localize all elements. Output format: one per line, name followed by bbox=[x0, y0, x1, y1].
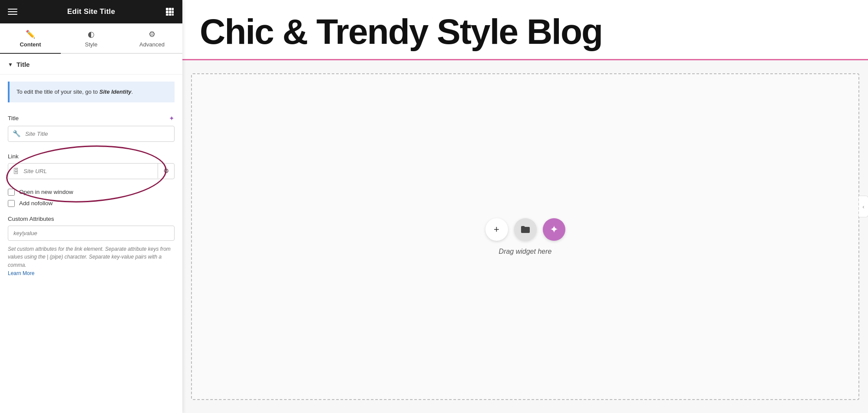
svg-rect-5 bbox=[172, 11, 174, 13]
site-title-area: Chic & Trendy Style Blog bbox=[182, 0, 868, 60]
link-label-row: Link bbox=[8, 153, 175, 160]
section-header-title: ▼ Title bbox=[0, 54, 182, 75]
title-field-section: Title ✦ 🔧 bbox=[0, 109, 182, 151]
svg-rect-8 bbox=[172, 14, 174, 16]
magic-widget-button[interactable]: ✦ bbox=[543, 218, 565, 241]
add-nofollow-row: Add nofollow bbox=[0, 200, 182, 207]
link-input-wrapper: 🗄 ⚙ bbox=[8, 163, 175, 179]
collapse-panel-button[interactable]: ‹ bbox=[859, 196, 868, 217]
tab-content-label: Content bbox=[20, 41, 41, 48]
pencil-icon: ✏️ bbox=[26, 30, 35, 39]
database-icon: 🗄 bbox=[8, 167, 23, 175]
canvas-area: Chic & Trendy Style Blog + ✦ Drag widget… bbox=[182, 0, 868, 413]
open-new-window-checkbox[interactable] bbox=[8, 189, 15, 196]
left-panel: Edit Site Title ✏️ Content ◐ Style ⚙ Adv… bbox=[0, 0, 182, 413]
hamburger-icon[interactable] bbox=[8, 9, 17, 15]
info-site-identity-link[interactable]: Site Identity bbox=[99, 88, 132, 95]
custom-attr-input[interactable] bbox=[8, 226, 175, 241]
panel-title: Edit Site Title bbox=[67, 7, 115, 16]
title-input-wrapper: 🔧 bbox=[8, 126, 175, 142]
panel-content: ▼ Title To edit the title of your site, … bbox=[0, 54, 182, 413]
info-box: To edit the title of your site, go to Si… bbox=[8, 82, 175, 102]
ai-icon[interactable]: ✦ bbox=[169, 115, 175, 122]
svg-rect-1 bbox=[169, 8, 172, 10]
contrast-icon: ◐ bbox=[88, 30, 95, 39]
grid-icon[interactable] bbox=[165, 7, 175, 16]
link-field-label: Link bbox=[8, 153, 19, 160]
add-nofollow-label[interactable]: Add nofollow bbox=[19, 200, 53, 206]
section-arrow-icon: ▼ bbox=[8, 62, 13, 68]
widget-buttons-group: + ✦ bbox=[485, 218, 565, 241]
svg-rect-4 bbox=[169, 11, 172, 13]
tab-bar: ✏️ Content ◐ Style ⚙ Advanced bbox=[0, 23, 182, 54]
svg-rect-0 bbox=[166, 8, 168, 10]
tab-advanced[interactable]: ⚙ Advanced bbox=[122, 23, 182, 53]
gear-icon: ⚙ bbox=[149, 30, 155, 39]
info-text-before: To edit the title of your site, go to bbox=[17, 88, 99, 95]
open-new-window-row: Open in new window bbox=[0, 189, 182, 196]
svg-rect-7 bbox=[169, 14, 172, 16]
widget-drop-area[interactable]: + ✦ Drag widget here bbox=[191, 73, 859, 400]
title-input[interactable] bbox=[25, 126, 174, 141]
tab-advanced-label: Advanced bbox=[139, 41, 165, 48]
add-widget-button[interactable]: + bbox=[485, 218, 508, 241]
drag-widget-label: Drag widget here bbox=[499, 248, 552, 256]
custom-attr-help-text: Set custom attributes for the link eleme… bbox=[8, 245, 175, 269]
folder-widget-button[interactable] bbox=[514, 218, 537, 241]
title-label-row: Title ✦ bbox=[8, 115, 175, 122]
learn-more-link[interactable]: Learn More bbox=[8, 270, 34, 276]
link-settings-button[interactable]: ⚙ bbox=[158, 164, 174, 178]
tab-style[interactable]: ◐ Style bbox=[61, 23, 122, 53]
section-title-label: Title bbox=[17, 61, 30, 68]
tab-content[interactable]: ✏️ Content bbox=[0, 23, 61, 53]
wrench-icon: 🔧 bbox=[8, 130, 25, 138]
custom-attributes-section: Custom Attributes Set custom attributes … bbox=[0, 211, 182, 281]
tab-style-label: Style bbox=[85, 41, 98, 48]
info-text-after: . bbox=[131, 88, 133, 95]
title-field-label: Title bbox=[8, 115, 19, 121]
site-title-heading: Chic & Trendy Style Blog bbox=[200, 12, 851, 51]
top-bar: Edit Site Title bbox=[0, 0, 182, 23]
open-new-window-label[interactable]: Open in new window bbox=[19, 189, 73, 195]
custom-attr-label: Custom Attributes bbox=[8, 216, 175, 222]
svg-rect-2 bbox=[172, 8, 174, 10]
svg-rect-6 bbox=[166, 14, 168, 16]
add-nofollow-checkbox[interactable] bbox=[8, 200, 15, 207]
link-field-section: Link 🗄 ⚙ bbox=[0, 151, 182, 189]
svg-rect-3 bbox=[166, 11, 168, 13]
link-input[interactable] bbox=[23, 164, 158, 179]
